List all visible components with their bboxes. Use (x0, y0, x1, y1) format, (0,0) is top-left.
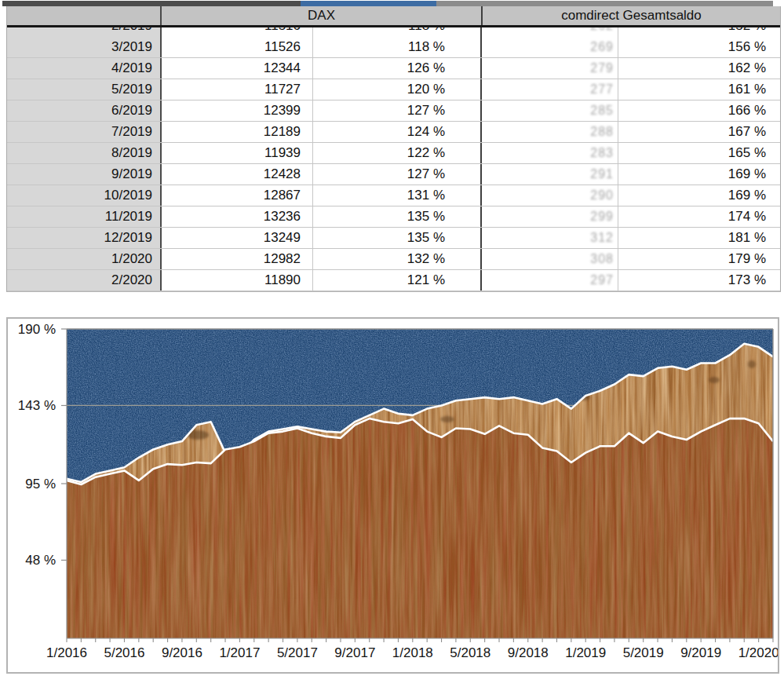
cell-saldo-pct[interactable]: 167 % (618, 122, 779, 142)
redacted-value: 288 (590, 122, 614, 142)
x-axis-label: 1/2020 (738, 645, 778, 660)
cell-month[interactable]: 10/2019 (7, 185, 162, 206)
cell-dax-value[interactable]: 13249 (162, 228, 313, 248)
cell-saldo-pct[interactable]: 173 % (618, 270, 779, 290)
cell-saldo-pct[interactable]: 169 % (618, 164, 779, 185)
cell-saldo-pct[interactable]: 169 % (618, 185, 779, 206)
x-axis-label: 5/2016 (104, 645, 144, 660)
col-header-dax[interactable]: DAX (162, 6, 483, 25)
cell-month[interactable]: 11/2019 (7, 206, 162, 227)
x-axis-label: 1/2019 (565, 645, 606, 660)
cell-month[interactable]: 6/2019 (7, 100, 162, 121)
cell-dax-pct[interactable]: 124 % (313, 122, 482, 142)
cell-saldo-value-redacted[interactable]: 299 (482, 206, 618, 227)
cell-month[interactable]: 4/2019 (7, 58, 162, 79)
table-row: 6/201912399127 %285166 % (7, 100, 780, 122)
cell-saldo-pct[interactable]: 174 % (618, 206, 779, 227)
cell-dax-pct[interactable]: 127 % (313, 100, 482, 121)
cell-saldo-value-redacted[interactable]: 285 (482, 100, 618, 121)
cell-saldo-value-redacted[interactable]: 308 (482, 249, 618, 269)
chart-canvas: 1/20165/20169/20161/20175/20179/20171/20… (8, 319, 778, 672)
cell-saldo-pct[interactable]: 162 % (618, 58, 779, 79)
table-row: 3/201911526118 %269156 % (7, 37, 780, 58)
table-row: 10/201912867131 %290169 % (7, 185, 780, 206)
table-row: 4/201912344126 %279162 % (7, 58, 780, 79)
cell-saldo-value-redacted[interactable]: 283 (482, 143, 618, 163)
cell-month[interactable]: 3/2019 (7, 37, 162, 57)
area-chart[interactable]: 1/20165/20169/20161/20175/20179/20171/20… (6, 317, 779, 674)
cell-saldo-pct[interactable]: 181 % (618, 228, 779, 248)
col-header-saldo[interactable]: comdirect Gesamtsaldo (483, 6, 780, 25)
cell-dax-value[interactable]: 11727 (162, 79, 313, 100)
cell-month[interactable]: 2/2020 (7, 270, 162, 290)
cell-dax-value[interactable]: 12189 (162, 122, 313, 142)
cell-dax-pct[interactable]: 126 % (313, 58, 482, 79)
cell-saldo-value-redacted[interactable]: 277 (482, 79, 618, 100)
dark-segment (2, 1, 301, 6)
cell-dax-value[interactable]: 11939 (162, 143, 313, 163)
cell-saldo-value-redacted[interactable]: 279 (482, 58, 618, 79)
table-row: 2/202011890121 %297173 % (7, 270, 780, 291)
cell-dax-value[interactable]: 11526 (162, 37, 313, 57)
cell-month[interactable]: 8/2019 (7, 143, 162, 163)
cell-month[interactable]: 1/2020 (7, 249, 162, 269)
excel-screenshot: { "top_strip": { "segments": [ {"name": … (0, 0, 784, 676)
cell-month[interactable]: 5/2019 (7, 79, 162, 100)
cell-saldo-value-redacted[interactable]: 312 (482, 228, 618, 248)
cell-dax-pct[interactable]: 118 % (313, 27, 482, 37)
x-axis-label: 1/2016 (46, 645, 87, 660)
cell-saldo-pct[interactable]: 166 % (618, 100, 779, 121)
y-axis-ticks (61, 329, 67, 560)
cell-dax-pct[interactable]: 121 % (313, 270, 482, 290)
cell-dax-value[interactable]: 12867 (162, 185, 313, 206)
cell-saldo-pct[interactable]: 161 % (618, 79, 779, 100)
blue-segment (301, 1, 436, 6)
cell-saldo-value-redacted[interactable]: 297 (482, 270, 618, 290)
x-axis-label: 9/2016 (162, 645, 202, 660)
cell-dax-pct[interactable]: 132 % (313, 249, 482, 269)
cell-dax-value[interactable]: 12982 (162, 249, 313, 269)
redacted-value: 312 (590, 228, 614, 248)
cell-saldo-pct[interactable]: 152 % (618, 27, 779, 37)
cell-month[interactable]: 7/2019 (7, 122, 162, 142)
cell-dax-pct[interactable]: 131 % (313, 185, 482, 206)
cell-saldo-pct[interactable]: 179 % (618, 249, 779, 269)
cell-dax-pct[interactable]: 135 % (313, 206, 482, 227)
cell-dax-pct[interactable]: 127 % (313, 164, 482, 185)
col-header-month[interactable] (7, 6, 162, 25)
table-header-row: DAX comdirect Gesamtsaldo (7, 6, 780, 25)
redacted-value: 277 (590, 79, 614, 100)
cell-month[interactable]: 2/2019 (7, 27, 162, 37)
cell-dax-pct[interactable]: 120 % (313, 79, 482, 100)
x-axis-label: 1/2018 (392, 645, 433, 660)
x-axis-label: 9/2017 (334, 645, 375, 660)
clipped-table-row[interactable]: 2/201911516118 %262152 % (7, 27, 780, 37)
cell-dax-pct[interactable]: 135 % (313, 228, 482, 248)
cell-saldo-value-redacted[interactable]: 291 (482, 164, 618, 185)
cell-dax-value[interactable]: 12344 (162, 58, 313, 79)
cell-month[interactable]: 9/2019 (7, 164, 162, 185)
cell-saldo-pct[interactable]: 165 % (618, 143, 779, 163)
cell-saldo-pct[interactable]: 156 % (618, 37, 779, 57)
cell-dax-value[interactable]: 13236 (162, 206, 313, 227)
x-axis-label: 5/2018 (450, 645, 490, 660)
gray-segment (436, 1, 773, 6)
redacted-value: 290 (590, 185, 614, 206)
cell-saldo-value-redacted[interactable]: 288 (482, 122, 618, 142)
cell-dax-pct[interactable]: 118 % (313, 37, 482, 57)
cell-saldo-value-redacted[interactable]: 262 (482, 27, 618, 37)
cell-month[interactable]: 12/2019 (7, 228, 162, 248)
cell-dax-pct[interactable]: 122 % (313, 143, 482, 163)
redacted-value: 262 (590, 27, 614, 36)
spreadsheet-table: DAX comdirect Gesamtsaldo 2/201911516118… (6, 6, 781, 292)
table-row: 7/201912189124 %288167 % (7, 122, 780, 143)
cell-dax-value[interactable]: 12428 (162, 164, 313, 185)
x-axis-label: 5/2017 (277, 645, 318, 660)
cell-dax-value[interactable]: 11516 (162, 27, 313, 37)
cell-dax-value[interactable]: 11890 (162, 270, 313, 290)
cell-saldo-value-redacted[interactable]: 269 (482, 37, 618, 57)
cell-dax-value[interactable]: 12399 (162, 100, 313, 121)
cell-saldo-value-redacted[interactable]: 290 (482, 185, 618, 206)
redacted-value: 308 (590, 249, 614, 269)
table-body: 3/201911526118 %269156 %4/201912344126 %… (7, 37, 780, 291)
